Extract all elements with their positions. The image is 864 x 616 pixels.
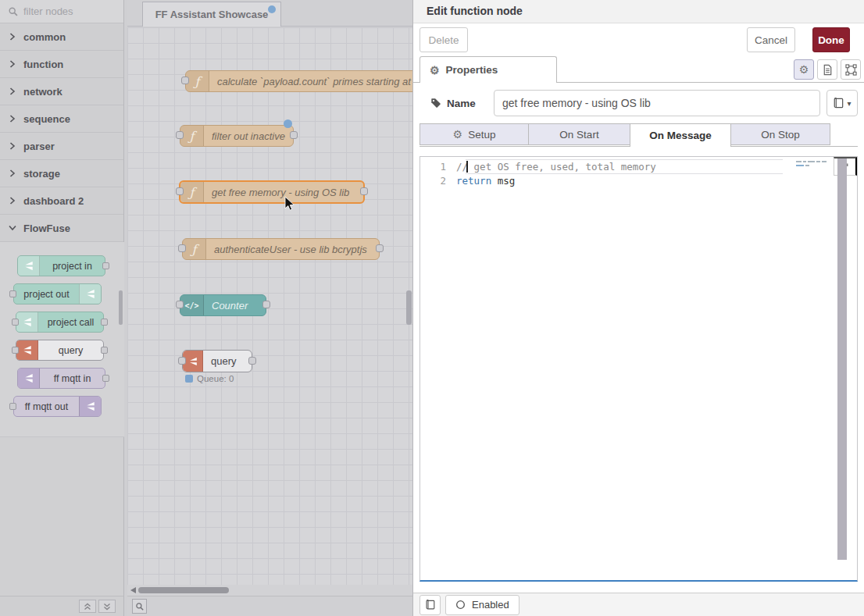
node-output-port[interactable] (101, 347, 108, 354)
tray-form: Name ▾ ⚙ Setup On Start On Message (413, 90, 864, 582)
scrollbar-thumb[interactable] (138, 587, 229, 593)
name-label-group: Name (420, 98, 494, 109)
palette-node-project-in[interactable]: project in (17, 255, 105, 276)
editor-scrollbar-thumb[interactable] (837, 158, 847, 560)
flowfuse-icon (18, 369, 40, 388)
enabled-label: Enabled (472, 599, 509, 611)
search-icon (8, 6, 19, 17)
palette-node-ff-mqtt-out[interactable]: ff mqtt out (13, 396, 102, 417)
filter-nodes-input[interactable] (23, 5, 109, 17)
node-input-port[interactable] (9, 403, 16, 410)
enabled-toggle-button[interactable]: Enabled (445, 595, 519, 615)
node-input-port[interactable] (176, 131, 184, 139)
chevron-right-icon (9, 115, 16, 123)
tab-on-stop[interactable]: On Stop (730, 123, 830, 145)
tab-label: On Start (559, 129, 598, 141)
properties-icon-button[interactable]: ⚙ (794, 59, 814, 80)
library-footer-button[interactable] (420, 595, 441, 615)
node-output-port[interactable] (101, 319, 108, 326)
chevron-right-icon (9, 169, 16, 177)
node-output-port[interactable] (248, 357, 256, 365)
cancel-button[interactable]: Cancel (747, 27, 795, 52)
palette-category-common[interactable]: common (0, 23, 123, 51)
category-label: FlowFuse (23, 223, 70, 234)
description-icon-button[interactable] (817, 59, 837, 80)
node-input-port[interactable] (176, 301, 184, 308)
expand-all-button[interactable] (98, 600, 116, 613)
delete-button[interactable]: Delete (420, 27, 468, 52)
flowfuse-icon (18, 256, 40, 276)
collapse-all-button[interactable] (79, 600, 96, 613)
done-button[interactable]: Done (812, 27, 850, 52)
node-output-port[interactable] (290, 131, 298, 139)
palette-category-parser[interactable]: parser (0, 133, 123, 160)
flow-node-filter-out-inactive[interactable]: ƒ filter out inactive (180, 125, 294, 147)
gear-icon: ⚙ (799, 63, 809, 76)
palette-scrollbar[interactable] (119, 290, 123, 325)
node-label: get free memory - using OS lib (204, 187, 363, 198)
tab-properties[interactable]: ⚙ Properties (420, 56, 557, 83)
mouse-cursor (284, 196, 295, 212)
node-output-port[interactable] (102, 375, 109, 382)
flow-node-authenticate-user[interactable]: ƒ authenticateUser - use lib bcryptjs (182, 238, 380, 260)
book-icon (833, 98, 844, 109)
library-button[interactable]: ▾ (827, 90, 858, 116)
node-output-port[interactable] (262, 301, 270, 308)
node-output-port[interactable] (360, 187, 368, 195)
palette-node-label: project out (14, 289, 79, 300)
palette-category-sequence[interactable]: sequence (0, 105, 123, 133)
node-input-port[interactable] (12, 347, 19, 354)
palette-node-project-call[interactable]: project call (16, 312, 104, 333)
flowfuse-icon (16, 340, 38, 360)
search-flows-button[interactable] (132, 599, 147, 614)
node-input-port[interactable] (176, 187, 184, 195)
scroll-left-arrow-icon[interactable] (130, 587, 136, 593)
node-input-port[interactable] (178, 244, 186, 252)
workspace-tab[interactable]: FF Assistant Showcase (142, 2, 281, 27)
node-label: filter out inactive (204, 130, 293, 142)
template-icon: </> (180, 295, 204, 315)
node-status: Queue: 0 (185, 374, 234, 383)
palette-search[interactable] (0, 0, 123, 23)
tab-on-message[interactable]: On Message (630, 123, 731, 147)
palette: common function network sequence parser … (0, 0, 124, 596)
palette-node-ff-mqtt-in[interactable]: ff mqtt in (17, 368, 105, 389)
palette-category-network[interactable]: network (0, 78, 123, 105)
node-label: query (203, 355, 252, 367)
flow-node-get-free-memory[interactable]: ƒ get free memory - using OS lib (179, 180, 365, 204)
palette-category-function[interactable]: function (0, 51, 123, 78)
node-input-port[interactable] (12, 319, 19, 326)
flow-node-counter[interactable]: </> Counter (180, 294, 266, 316)
category-label: parser (23, 141, 55, 152)
tab-setup[interactable]: ⚙ Setup (420, 123, 529, 145)
node-changed-dot (284, 119, 292, 128)
canvas-vertical-scrollbar[interactable] (406, 290, 412, 325)
node-input-port[interactable] (178, 357, 186, 365)
palette-footer (0, 596, 124, 616)
node-input-port[interactable] (181, 77, 189, 84)
function-tabs: ⚙ Setup On Start On Message On Stop (420, 123, 858, 147)
flow-node-calculate-primes[interactable]: ƒ calculate `payload.count` primes start… (185, 70, 412, 92)
palette-category-flowfuse[interactable]: FlowFuse (0, 215, 123, 242)
palette-category-dashboard-2[interactable]: dashboard 2 (0, 187, 123, 215)
node-input-port[interactable] (9, 290, 16, 297)
node-label: calculate `payload.count` primes startin… (209, 76, 412, 87)
node-label: authenticateUser - use lib bcryptjs (206, 244, 379, 255)
palette-node-project-out[interactable]: project out (13, 283, 102, 304)
chevron-right-icon (9, 197, 16, 205)
minimap (796, 161, 827, 169)
canvas-horizontal-scrollbar[interactable] (127, 585, 412, 596)
node-output-port[interactable] (102, 262, 109, 269)
workspace-tab-label: FF Assistant Showcase (155, 9, 269, 20)
edit-tray: Edit function node Delete Cancel Done ⚙ … (412, 0, 864, 616)
status-text: Queue: 0 (197, 374, 234, 383)
name-input[interactable] (494, 90, 820, 116)
flow-canvas[interactable]: ƒ calculate `payload.count` primes start… (127, 27, 412, 585)
tab-on-start[interactable]: On Start (528, 123, 630, 145)
node-output-port[interactable] (376, 244, 384, 252)
code-editor[interactable]: 1 // get OS free, used, total memory 2 r… (420, 156, 858, 582)
palette-node-query[interactable]: query (16, 340, 104, 361)
flow-node-query[interactable]: query (182, 350, 252, 372)
palette-category-storage[interactable]: storage (0, 160, 123, 187)
appearance-icon-button[interactable] (841, 59, 861, 80)
